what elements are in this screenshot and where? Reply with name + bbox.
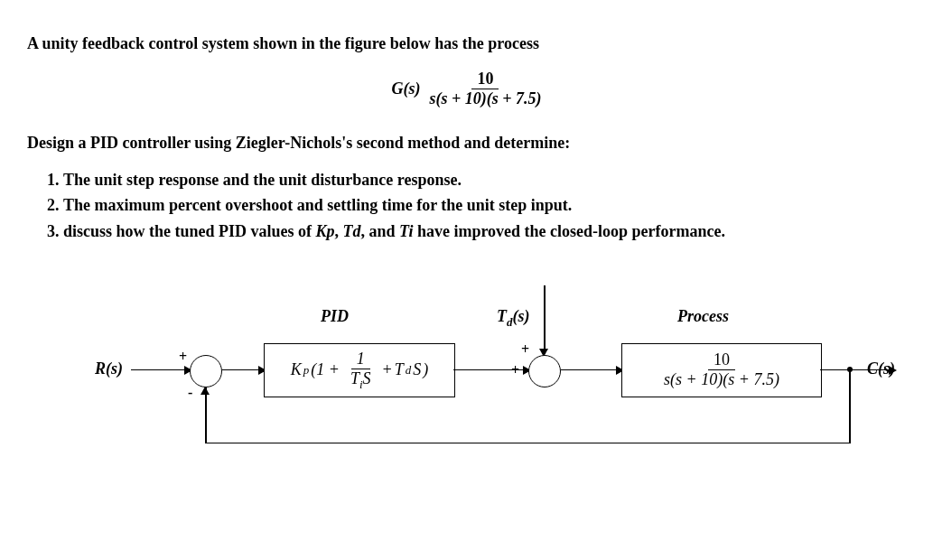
process-block: 10 s(s + 10)(s + 7.5) <box>621 343 822 397</box>
arrow-icon <box>201 387 210 395</box>
task-list: The unit step response and the unit dist… <box>63 169 915 242</box>
plus-sign: + <box>511 362 519 378</box>
task-item: The maximum percent overshoot and settli… <box>63 194 915 216</box>
line <box>849 369 851 443</box>
summing-junction <box>528 355 561 387</box>
line <box>205 387 207 443</box>
line <box>561 369 620 371</box>
title: A unity feedback control system shown in… <box>27 34 915 53</box>
process-denominator: s(s + 10)(s + 7.5) <box>658 370 785 389</box>
task-item: The unit step response and the unit dist… <box>63 169 915 191</box>
line <box>820 369 892 371</box>
design-instruction: Design a PID controller using Ziegler-Ni… <box>27 134 915 153</box>
eq-lhs: G(s) <box>391 79 420 98</box>
eq-denominator: s(s + 10)(s + 7.5) <box>424 89 546 108</box>
rs-label: R(s) <box>95 359 123 378</box>
line <box>222 369 262 371</box>
eq-numerator: 10 <box>471 70 499 89</box>
plus-sign: + <box>179 349 187 365</box>
process-numerator: 10 <box>708 350 735 370</box>
process-block-label: Process <box>677 307 729 326</box>
pid-block-label: PID <box>321 307 349 326</box>
task-item: discuss how the tuned PID values of Kp, … <box>63 220 915 242</box>
arrow-icon <box>889 366 897 375</box>
line <box>544 285 546 354</box>
disturbance-label: Td(s) <box>497 307 529 330</box>
line <box>205 443 850 444</box>
summing-junction <box>190 355 222 387</box>
main-equation: G(s) 10 s(s + 10)(s + 7.5) <box>27 70 915 108</box>
plus-sign: + <box>521 341 529 358</box>
minus-sign: - <box>188 385 192 401</box>
block-diagram: R(s) C(s) PID Process Td(s) + - Kp (1 + … <box>27 269 894 477</box>
pid-block: Kp (1 + 1 TiS + TdS ) <box>264 343 455 397</box>
line <box>131 369 188 371</box>
